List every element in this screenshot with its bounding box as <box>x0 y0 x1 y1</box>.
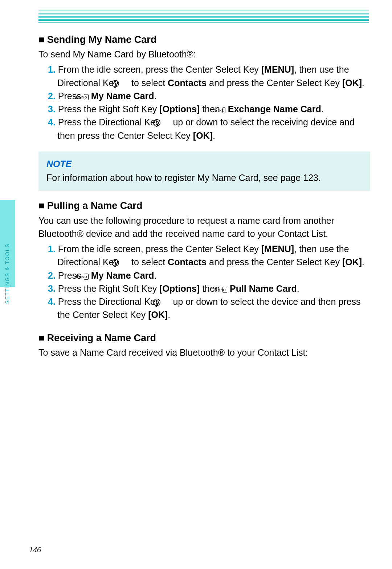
step-number: 3. <box>48 104 56 114</box>
dpad-4way-icon <box>121 257 129 265</box>
step-number: 3. <box>48 283 56 294</box>
note-label: NOTE <box>46 157 362 170</box>
step-text: From the idle screen, press the Center S… <box>58 64 261 74</box>
step-item: 2. Press 6MNO My Name Card. <box>48 269 370 282</box>
step-number: 4. <box>48 296 56 307</box>
svg-marker-11 <box>115 260 117 261</box>
section-intro: You can use the following procedure to r… <box>38 214 370 241</box>
section-heading-sending: ■ Sending My Name Card <box>38 33 370 47</box>
step-item: 3. Press the Right Soft Key [Options] th… <box>48 282 370 295</box>
svg-marker-4 <box>113 82 114 84</box>
step-item: 4. Press the Directional Key up or down … <box>48 295 370 322</box>
section-heading-receiving: ■ Receiving a Name Card <box>38 331 370 345</box>
svg-marker-7 <box>156 120 158 122</box>
step-number: 1. <box>48 244 56 254</box>
svg-point-1 <box>115 82 117 84</box>
svg-marker-13 <box>113 262 114 264</box>
svg-marker-5 <box>117 82 119 84</box>
key-6mno-icon: 6MNO <box>222 287 227 293</box>
step-item: 1. From the idle screen, press the Cente… <box>48 242 370 269</box>
step-item: 3. Press the Right Soft Key [Options] th… <box>48 102 370 116</box>
step-item: 1. From the idle screen, press the Cente… <box>48 63 370 89</box>
section-heading-pulling: ■ Pulling a Name Card <box>38 199 370 213</box>
key-6mno-icon: 6MNO <box>84 274 89 280</box>
key-5jkl-icon: 5JKL <box>222 107 225 113</box>
step-number: 4. <box>48 117 56 127</box>
note-box: NOTE For information about how to regist… <box>38 152 370 191</box>
steps-list: 1. From the idle screen, press the Cente… <box>38 63 370 142</box>
section-intro: To send My Name Card by Bluetooth®: <box>38 48 370 61</box>
note-text: For information about how to register My… <box>46 171 362 184</box>
svg-point-10 <box>115 262 117 264</box>
svg-marker-12 <box>115 265 117 266</box>
svg-marker-14 <box>117 262 119 264</box>
step-item: 2. Press 6MNO My Name Card. <box>48 89 370 102</box>
svg-marker-2 <box>115 80 117 82</box>
dpad-updown-icon <box>162 296 170 304</box>
steps-list: 1. From the idle screen, press the Cente… <box>38 242 370 322</box>
step-number: 1. <box>48 64 56 74</box>
key-6mno-icon: 6MNO <box>84 94 89 100</box>
dpad-4way-icon <box>121 78 129 86</box>
page-number: 146 <box>29 545 41 554</box>
section-intro: To save a Name Card received via Bluetoo… <box>38 346 370 359</box>
svg-marker-17 <box>156 303 158 305</box>
svg-marker-8 <box>156 124 158 126</box>
key-label: [MENU] <box>261 64 294 74</box>
svg-marker-3 <box>115 85 117 86</box>
step-item: 4. Press the Directional Key up or down … <box>48 116 370 142</box>
step-number: 2. <box>48 270 56 281</box>
svg-marker-16 <box>156 300 158 302</box>
step-number: 2. <box>48 91 56 101</box>
dpad-updown-icon <box>162 117 170 125</box>
